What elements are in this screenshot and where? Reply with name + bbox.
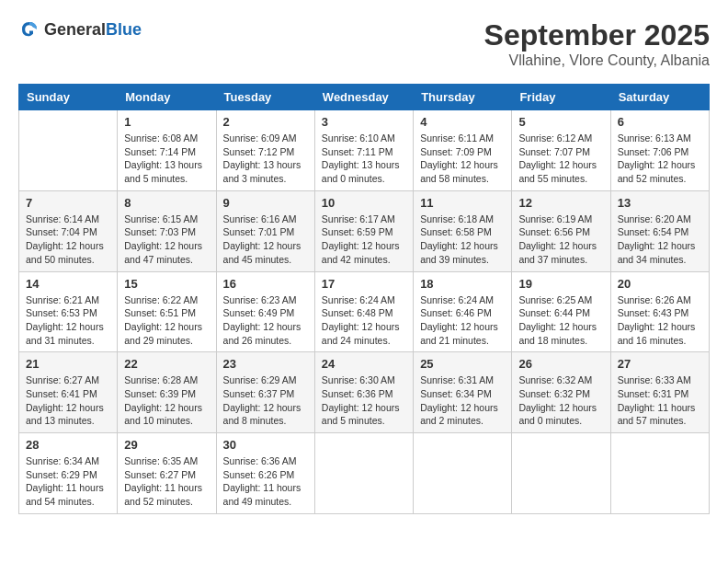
calendar-cell: 25Sunrise: 6:31 AM Sunset: 6:34 PM Dayli… bbox=[414, 352, 512, 433]
calendar-cell: 3Sunrise: 6:10 AM Sunset: 7:11 PM Daylig… bbox=[314, 110, 413, 191]
day-info: Sunrise: 6:32 AM Sunset: 6:32 PM Dayligh… bbox=[518, 373, 603, 428]
day-info: Sunrise: 6:23 AM Sunset: 6:49 PM Dayligh… bbox=[223, 293, 308, 348]
day-info: Sunrise: 6:20 AM Sunset: 6:54 PM Dayligh… bbox=[618, 213, 702, 267]
calendar-cell: 21Sunrise: 6:27 AM Sunset: 6:41 PM Dayli… bbox=[19, 352, 118, 433]
day-number: 13 bbox=[618, 196, 702, 210]
day-number: 24 bbox=[322, 357, 406, 371]
calendar-cell: 6Sunrise: 6:13 AM Sunset: 7:06 PM Daylig… bbox=[610, 110, 709, 191]
day-number: 6 bbox=[618, 115, 702, 129]
calendar-cell bbox=[610, 433, 709, 514]
day-number: 17 bbox=[322, 277, 406, 291]
calendar-cell: 27Sunrise: 6:33 AM Sunset: 6:31 PM Dayli… bbox=[610, 352, 709, 433]
day-number: 22 bbox=[124, 357, 209, 371]
calendar-cell: 22Sunrise: 6:28 AM Sunset: 6:39 PM Dayli… bbox=[118, 352, 216, 433]
day-info: Sunrise: 6:34 AM Sunset: 6:29 PM Dayligh… bbox=[26, 454, 110, 509]
calendar-cell: 2Sunrise: 6:09 AM Sunset: 7:12 PM Daylig… bbox=[216, 110, 314, 191]
day-number: 14 bbox=[26, 277, 110, 291]
day-number: 12 bbox=[518, 196, 603, 210]
location-title: Vllahine, Vlore County, Albania bbox=[484, 52, 710, 69]
calendar-cell: 12Sunrise: 6:19 AM Sunset: 6:56 PM Dayli… bbox=[512, 190, 610, 271]
day-header-wednesday: Wednesday bbox=[314, 85, 413, 110]
calendar-cell: 30Sunrise: 6:36 AM Sunset: 6:26 PM Dayli… bbox=[216, 433, 314, 514]
calendar-cell: 13Sunrise: 6:20 AM Sunset: 6:54 PM Dayli… bbox=[610, 190, 709, 271]
calendar-cell: 7Sunrise: 6:14 AM Sunset: 7:04 PM Daylig… bbox=[19, 190, 118, 271]
day-info: Sunrise: 6:31 AM Sunset: 6:34 PM Dayligh… bbox=[420, 373, 505, 428]
calendar-cell: 14Sunrise: 6:21 AM Sunset: 6:53 PM Dayli… bbox=[19, 271, 118, 352]
day-number: 25 bbox=[420, 357, 505, 371]
day-info: Sunrise: 6:26 AM Sunset: 6:43 PM Dayligh… bbox=[618, 293, 702, 348]
title-section: September 2025 Vllahine, Vlore County, A… bbox=[484, 18, 710, 69]
month-title: September 2025 bbox=[484, 18, 710, 52]
calendar-cell: 19Sunrise: 6:25 AM Sunset: 6:44 PM Dayli… bbox=[512, 271, 610, 352]
calendar-cell: 23Sunrise: 6:29 AM Sunset: 6:37 PM Dayli… bbox=[216, 352, 314, 433]
day-info: Sunrise: 6:17 AM Sunset: 6:59 PM Dayligh… bbox=[322, 213, 406, 267]
day-number: 19 bbox=[518, 277, 603, 291]
page-header: GeneralBlue September 2025 Vllahine, Vlo… bbox=[18, 18, 710, 69]
day-info: Sunrise: 6:10 AM Sunset: 7:11 PM Dayligh… bbox=[322, 132, 406, 186]
calendar-week-4: 21Sunrise: 6:27 AM Sunset: 6:41 PM Dayli… bbox=[19, 352, 710, 433]
day-info: Sunrise: 6:33 AM Sunset: 6:31 PM Dayligh… bbox=[618, 373, 702, 428]
day-info: Sunrise: 6:29 AM Sunset: 6:37 PM Dayligh… bbox=[223, 373, 308, 428]
calendar-cell: 10Sunrise: 6:17 AM Sunset: 6:59 PM Dayli… bbox=[314, 190, 413, 271]
calendar-cell bbox=[512, 433, 610, 514]
day-header-saturday: Saturday bbox=[610, 85, 709, 110]
calendar-cell: 18Sunrise: 6:24 AM Sunset: 6:46 PM Dayli… bbox=[414, 271, 512, 352]
day-info: Sunrise: 6:12 AM Sunset: 7:07 PM Dayligh… bbox=[518, 132, 603, 186]
day-number: 28 bbox=[26, 438, 110, 452]
day-info: Sunrise: 6:19 AM Sunset: 6:56 PM Dayligh… bbox=[518, 213, 603, 267]
day-number: 9 bbox=[223, 196, 308, 210]
day-info: Sunrise: 6:15 AM Sunset: 7:03 PM Dayligh… bbox=[124, 213, 209, 267]
day-number: 4 bbox=[420, 115, 505, 129]
day-number: 11 bbox=[420, 196, 505, 210]
day-info: Sunrise: 6:11 AM Sunset: 7:09 PM Dayligh… bbox=[420, 132, 505, 186]
day-number: 2 bbox=[223, 115, 308, 129]
calendar-cell: 15Sunrise: 6:22 AM Sunset: 6:51 PM Dayli… bbox=[118, 271, 216, 352]
day-number: 15 bbox=[124, 277, 209, 291]
day-number: 7 bbox=[26, 196, 110, 210]
calendar-cell: 11Sunrise: 6:18 AM Sunset: 6:58 PM Dayli… bbox=[414, 190, 512, 271]
calendar-cell: 20Sunrise: 6:26 AM Sunset: 6:43 PM Dayli… bbox=[610, 271, 709, 352]
day-info: Sunrise: 6:22 AM Sunset: 6:51 PM Dayligh… bbox=[124, 293, 209, 348]
calendar-cell: 24Sunrise: 6:30 AM Sunset: 6:36 PM Dayli… bbox=[314, 352, 413, 433]
calendar-cell bbox=[19, 110, 118, 191]
day-number: 26 bbox=[518, 357, 603, 371]
calendar-week-2: 7Sunrise: 6:14 AM Sunset: 7:04 PM Daylig… bbox=[19, 190, 710, 271]
day-info: Sunrise: 6:35 AM Sunset: 6:27 PM Dayligh… bbox=[124, 454, 209, 509]
day-info: Sunrise: 6:21 AM Sunset: 6:53 PM Dayligh… bbox=[26, 293, 110, 348]
day-info: Sunrise: 6:13 AM Sunset: 7:06 PM Dayligh… bbox=[618, 132, 702, 186]
day-header-tuesday: Tuesday bbox=[216, 85, 314, 110]
day-info: Sunrise: 6:30 AM Sunset: 6:36 PM Dayligh… bbox=[322, 373, 406, 428]
day-info: Sunrise: 6:14 AM Sunset: 7:04 PM Dayligh… bbox=[26, 213, 110, 267]
day-header-monday: Monday bbox=[118, 85, 216, 110]
calendar-cell bbox=[414, 433, 512, 514]
calendar-cell: 5Sunrise: 6:12 AM Sunset: 7:07 PM Daylig… bbox=[512, 110, 610, 191]
day-number: 16 bbox=[223, 277, 308, 291]
day-info: Sunrise: 6:08 AM Sunset: 7:14 PM Dayligh… bbox=[124, 132, 209, 186]
logo-text: GeneralBlue bbox=[44, 20, 142, 40]
day-header-thursday: Thursday bbox=[414, 85, 512, 110]
calendar-cell: 9Sunrise: 6:16 AM Sunset: 7:01 PM Daylig… bbox=[216, 190, 314, 271]
day-number: 1 bbox=[124, 115, 209, 129]
calendar-table: SundayMondayTuesdayWednesdayThursdayFrid… bbox=[18, 84, 710, 514]
day-number: 21 bbox=[26, 357, 110, 371]
day-header-friday: Friday bbox=[512, 85, 610, 110]
calendar-week-5: 28Sunrise: 6:34 AM Sunset: 6:29 PM Dayli… bbox=[19, 433, 710, 514]
day-number: 29 bbox=[124, 438, 209, 452]
calendar-cell: 17Sunrise: 6:24 AM Sunset: 6:48 PM Dayli… bbox=[314, 271, 413, 352]
calendar-cell: 28Sunrise: 6:34 AM Sunset: 6:29 PM Dayli… bbox=[19, 433, 118, 514]
calendar-cell: 29Sunrise: 6:35 AM Sunset: 6:27 PM Dayli… bbox=[118, 433, 216, 514]
day-info: Sunrise: 6:36 AM Sunset: 6:26 PM Dayligh… bbox=[223, 454, 308, 509]
calendar-cell: 26Sunrise: 6:32 AM Sunset: 6:32 PM Dayli… bbox=[512, 352, 610, 433]
day-number: 8 bbox=[124, 196, 209, 210]
day-info: Sunrise: 6:18 AM Sunset: 6:58 PM Dayligh… bbox=[420, 213, 505, 267]
day-info: Sunrise: 6:25 AM Sunset: 6:44 PM Dayligh… bbox=[518, 293, 603, 348]
calendar-cell: 16Sunrise: 6:23 AM Sunset: 6:49 PM Dayli… bbox=[216, 271, 314, 352]
day-info: Sunrise: 6:28 AM Sunset: 6:39 PM Dayligh… bbox=[124, 373, 209, 428]
day-info: Sunrise: 6:16 AM Sunset: 7:01 PM Dayligh… bbox=[223, 213, 308, 267]
calendar-week-1: 1Sunrise: 6:08 AM Sunset: 7:14 PM Daylig… bbox=[19, 110, 710, 191]
day-number: 30 bbox=[223, 438, 308, 452]
logo: GeneralBlue bbox=[18, 18, 142, 40]
calendar-cell: 1Sunrise: 6:08 AM Sunset: 7:14 PM Daylig… bbox=[118, 110, 216, 191]
day-info: Sunrise: 6:24 AM Sunset: 6:48 PM Dayligh… bbox=[322, 293, 406, 348]
calendar-cell: 4Sunrise: 6:11 AM Sunset: 7:09 PM Daylig… bbox=[414, 110, 512, 191]
